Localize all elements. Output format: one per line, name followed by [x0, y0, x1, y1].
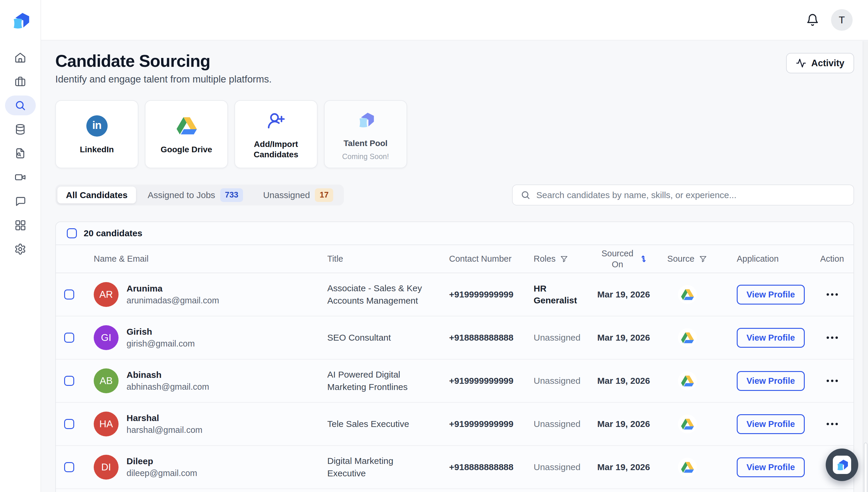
tab-all-candidates[interactable]: All Candidates — [57, 187, 136, 203]
candidate-role: Unassigned — [522, 332, 592, 344]
view-profile-button[interactable]: View Profile — [737, 458, 805, 477]
column-roles: Roles — [522, 254, 592, 264]
column-application: Application — [719, 254, 811, 264]
google-drive-icon — [678, 458, 697, 476]
card-talent-pool-label: Talent Pool — [344, 138, 388, 148]
candidate-name: Dileep — [126, 456, 197, 466]
select-all-checkbox[interactable] — [67, 228, 77, 238]
sidebar-item-messages[interactable] — [5, 191, 36, 211]
card-talent-pool-sub: Coming Soon! — [342, 152, 389, 161]
column-title: Title — [320, 254, 438, 264]
candidate-name: Abinash — [126, 370, 209, 380]
row-checkbox[interactable] — [64, 419, 74, 429]
notifications-button[interactable] — [806, 13, 819, 27]
candidate-email: girish@gmail.com — [126, 339, 195, 349]
candidates-table: 20 candidates Name & Email Title Contact… — [55, 221, 854, 492]
view-profile-button[interactable]: View Profile — [737, 285, 805, 304]
view-profile-button[interactable]: View Profile — [737, 414, 805, 434]
candidate-avatar: HA — [94, 412, 119, 437]
row-checkbox[interactable] — [64, 376, 74, 386]
row-menu-button[interactable] — [823, 290, 841, 299]
toolbar: All Candidates Assigned to Jobs 733 Unas… — [55, 184, 854, 205]
google-drive-icon — [678, 371, 697, 390]
candidate-name: Harshal — [126, 413, 202, 423]
candidate-title: AI Powered Digital Marketing Frontlines — [320, 368, 438, 393]
sidebar-item-resume-search[interactable] — [5, 143, 36, 163]
source-cards: in LinkedIn Google Drive Add/Import Cand… — [55, 100, 854, 168]
card-add-import-candidates[interactable]: Add/Import Candidates — [234, 100, 318, 168]
activity-pulse-icon — [796, 58, 806, 68]
sidebar-item-candidate-sourcing[interactable] — [5, 96, 36, 115]
assistant-fab[interactable] — [826, 448, 858, 481]
candidate-role: HR Generalist — [522, 282, 592, 306]
sidebar-item-settings[interactable] — [5, 239, 36, 259]
sidebar-item-home[interactable] — [5, 48, 36, 68]
page-subtitle: Identify and engage talent from multiple… — [55, 74, 272, 85]
page-scrollbar-thumb[interactable] — [864, 443, 867, 492]
home-icon — [14, 51, 26, 64]
candidate-avatar: AR — [94, 282, 119, 307]
source-filter-icon[interactable] — [699, 255, 707, 263]
candidate-phone: +919999999999 — [438, 376, 522, 386]
main-content: Candidate Sourcing Identify and engage t… — [41, 41, 868, 492]
table-row: HA Harshal harshal@gmail.com Tele Sales … — [56, 403, 853, 446]
sidebar — [0, 0, 41, 492]
brand-cube-icon — [835, 459, 849, 471]
sourced-on-date: Mar 19, 2026 — [592, 333, 655, 343]
row-menu-button[interactable] — [823, 376, 841, 386]
search-icon — [14, 99, 26, 112]
card-google-drive-label: Google Drive — [160, 144, 212, 155]
card-linkedin[interactable]: in LinkedIn — [55, 100, 139, 168]
card-google-drive[interactable]: Google Drive — [145, 100, 228, 168]
sidebar-item-interviews[interactable] — [5, 167, 36, 187]
table-row: AB Abinash abhinash@gmail.com AI Powered… — [56, 360, 853, 403]
row-checkbox[interactable] — [64, 333, 74, 343]
page-scrollbar-track — [863, 41, 868, 492]
sidebar-item-jobs[interactable] — [5, 72, 36, 91]
candidate-email: abhinash@gmail.com — [126, 382, 209, 392]
row-checkbox[interactable] — [64, 290, 74, 299]
candidate-role: Unassigned — [522, 375, 592, 387]
tab-assigned-label: Assigned to Jobs — [148, 190, 215, 200]
search-input[interactable] — [536, 190, 846, 200]
card-talent-pool[interactable]: Talent Pool Coming Soon! — [324, 100, 407, 168]
google-drive-icon — [678, 285, 697, 304]
sidebar-item-database[interactable] — [5, 120, 36, 139]
user-avatar[interactable]: T — [831, 9, 853, 31]
brand-cube-icon — [10, 11, 30, 30]
row-checkbox[interactable] — [64, 462, 74, 472]
database-icon — [14, 123, 26, 136]
candidate-role: Unassigned — [522, 418, 592, 430]
candidate-name: Girish — [126, 327, 195, 337]
tab-assigned-to-jobs[interactable]: Assigned to Jobs 733 — [139, 187, 252, 203]
unassigned-count-badge: 17 — [315, 188, 333, 202]
row-menu-button[interactable] — [823, 419, 841, 429]
candidate-phone: +919999999999 — [438, 290, 522, 299]
sourced-on-sort-icon[interactable] — [639, 254, 648, 264]
tab-unassigned[interactable]: Unassigned 17 — [254, 187, 342, 203]
candidate-title: Digital Marketing Executive — [320, 455, 438, 479]
sidebar-item-apps[interactable] — [5, 215, 36, 235]
table-row: GI Girish girish@gmail.com SEO Consultan… — [56, 316, 853, 360]
table-row: DI Dileep dileep@gmail.com Digital Marke… — [56, 446, 853, 489]
sidebar-nav — [0, 48, 41, 259]
table-body: AR Arunima arunimadas@gmail.com Associat… — [56, 273, 853, 489]
tab-unassigned-label: Unassigned — [263, 190, 310, 200]
video-camera-icon — [14, 171, 26, 183]
candidate-title: Associate - Sales & Key Accounts Managem… — [320, 282, 438, 307]
roles-filter-icon[interactable] — [560, 255, 568, 263]
view-profile-button[interactable]: View Profile — [737, 328, 805, 348]
bell-icon — [806, 13, 819, 27]
row-menu-button[interactable] — [823, 333, 841, 342]
apps-grid-icon — [14, 219, 26, 231]
view-profile-button[interactable]: View Profile — [737, 371, 805, 391]
file-search-icon — [14, 147, 26, 159]
column-source: Source — [655, 254, 719, 264]
candidate-email: dileep@gmail.com — [126, 468, 197, 478]
candidate-email: harshal@gmail.com — [126, 425, 202, 435]
activity-button[interactable]: Activity — [786, 53, 854, 73]
column-name-email: Name & Email — [82, 254, 320, 264]
brand-logo[interactable] — [0, 0, 41, 41]
table-row: AR Arunima arunimadas@gmail.com Associat… — [56, 273, 853, 316]
topbar: T — [41, 0, 868, 41]
